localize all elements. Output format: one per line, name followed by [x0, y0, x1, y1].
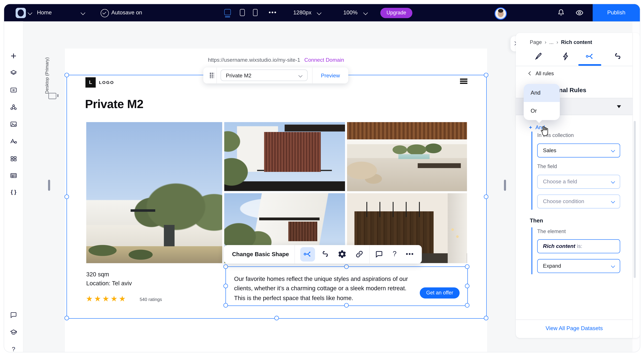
more-options-icon[interactable]: ••• [406, 245, 414, 264]
mobile-breakpoint-icon[interactable] [253, 9, 258, 16]
collection-select[interactable]: Sales [537, 143, 620, 157]
site-area-text: 320 sqm [86, 271, 109, 277]
field-select[interactable]: Choose a field [537, 175, 620, 189]
more-breakpoints-icon[interactable]: ••• [269, 4, 277, 21]
menu-item-or[interactable]: Or [524, 102, 560, 120]
zoom-chevron-icon[interactable] [363, 10, 368, 15]
chevron-down-icon [611, 148, 615, 152]
hand-cursor-icon [539, 125, 550, 137]
tablet-breakpoint-icon[interactable] [240, 9, 245, 16]
plus-icon: + [529, 124, 532, 130]
preview-button[interactable]: Preview [312, 67, 348, 83]
widgets-icon[interactable] [10, 155, 18, 163]
field-placeholder: Choose a field [543, 179, 577, 185]
logo-chevron-down-icon[interactable] [28, 10, 32, 15]
zoom-level[interactable]: 100% [344, 4, 358, 21]
star-rating [86, 294, 127, 303]
top-bar: Home Autosave on ••• 1280px 100% Upgrade… [4, 4, 640, 21]
editor-stage: Home Autosave on ••• 1280px 100% Upgrade… [0, 0, 644, 356]
code-icon[interactable]: { } [4, 189, 23, 195]
media-image-icon[interactable] [10, 120, 18, 128]
tab-conditions-branch-icon[interactable] [585, 52, 594, 61]
studio-logo-icon[interactable] [16, 8, 26, 18]
breakpoint-chevron-icon[interactable] [317, 10, 322, 15]
action-value: Expand [543, 263, 561, 269]
site-url: https://username.wixstudio.io/my-site-1 [208, 57, 300, 63]
chevron-down-icon [611, 199, 615, 203]
notifications-bell-icon[interactable] [557, 9, 565, 17]
select-caret-icon [617, 105, 621, 108]
collection-value: Sales [543, 147, 556, 153]
link-icon[interactable] [355, 250, 364, 259]
then-group-line [532, 227, 532, 274]
site-logo[interactable]: L [86, 77, 96, 88]
page-selector-chevron-icon[interactable] [81, 10, 86, 15]
upgrade-button[interactable]: Upgrade [380, 8, 412, 18]
view-all-datasets-link[interactable]: View All Page Datasets [516, 325, 632, 331]
drag-handle-icon[interactable] [210, 72, 214, 79]
tab-connect-hook-icon[interactable] [613, 52, 622, 61]
canvas-resize-handle-right[interactable] [504, 180, 506, 191]
page-selector[interactable]: Home [37, 4, 52, 21]
tab-interactions-lightning-icon[interactable] [562, 52, 570, 61]
condition-select[interactable]: Choose condition [537, 195, 620, 208]
connections-icon[interactable] [10, 103, 18, 111]
action-select[interactable]: Expand [537, 259, 620, 273]
gallery-photo-facade[interactable] [224, 122, 345, 191]
back-to-all-rules[interactable]: All rules [529, 71, 554, 76]
wix-studio-window: Home Autosave on ••• 1280px 100% Upgrade… [4, 4, 640, 352]
connect-domain-link[interactable]: Connect Domain [304, 57, 344, 63]
breadcrumb-page[interactable]: Page [530, 40, 542, 45]
site-title[interactable]: Private M2 [85, 97, 143, 111]
table-icon[interactable] [10, 171, 18, 180]
preview-eye-icon[interactable] [576, 9, 584, 17]
canvas-resize-handle-left[interactable] [48, 180, 50, 191]
text-icon[interactable] [10, 137, 18, 146]
tab-design-brush-icon[interactable] [534, 52, 542, 61]
autosave-status[interactable]: Autosave on [111, 4, 142, 21]
add-element-plus-icon[interactable]: + [4, 50, 23, 62]
connect-hook-icon[interactable] [321, 250, 330, 259]
gallery-photo-living-room[interactable] [347, 122, 467, 191]
element-name: Rich content [543, 243, 576, 249]
change-shape-button[interactable]: Change Basic Shape [232, 245, 289, 264]
get-offer-button[interactable]: Get an offer [420, 287, 460, 298]
site-location-text: Location: Tel aviv [86, 280, 132, 287]
chevron-down-icon [611, 180, 615, 184]
publish-button[interactable]: Publish [593, 4, 640, 21]
element-suffix: is: [577, 243, 582, 249]
hamburger-menu-icon[interactable] [460, 79, 468, 84]
condition-group-line [532, 132, 532, 210]
layers-icon[interactable] [10, 69, 18, 77]
logic-dropdown-menu: And Or [524, 84, 560, 120]
gallery-photo-exterior[interactable] [86, 122, 222, 263]
desktop-breakpoint-icon[interactable] [224, 9, 231, 15]
site-description: Our favorite homes reflect the unique st… [234, 274, 410, 303]
help-icon[interactable]: ? [393, 245, 396, 264]
rating-count: 540 ratings [140, 297, 162, 302]
menu-item-and[interactable]: And [524, 84, 560, 102]
academy-icon[interactable] [10, 328, 18, 336]
comment-icon[interactable] [375, 250, 384, 259]
panel-scroll-track [632, 33, 633, 338]
panel-scrollbar-thumb[interactable] [634, 121, 636, 278]
page-sections-icon[interactable] [10, 86, 18, 94]
chat-icon[interactable] [10, 311, 18, 319]
breakpoint-width[interactable]: 1280px [293, 4, 312, 21]
settings-gear-icon[interactable] [338, 250, 347, 259]
help-icon[interactable]: ? [4, 345, 23, 352]
avatar[interactable] [494, 8, 507, 20]
breakpoint-device-label: Desktop (Primary) [44, 49, 49, 94]
page-dropdown[interactable]: Private M2 [220, 70, 308, 81]
active-tab-underline [578, 64, 601, 66]
element-label: The element [537, 229, 566, 234]
tool-sidebar: + [4, 21, 24, 352]
breadcrumb-current: Rich content [561, 40, 592, 45]
breadcrumb-ellipsis[interactable]: ... [549, 40, 554, 45]
conditions-branch-icon[interactable] [303, 250, 312, 259]
page-dropdown-value: Private M2 [226, 72, 252, 79]
page-dropdown-chevron-icon [298, 73, 302, 78]
field-label: The field [537, 164, 557, 169]
element-target-box[interactable]: Rich contentis: [537, 239, 620, 253]
condition-placeholder: Choose condition [543, 198, 584, 204]
